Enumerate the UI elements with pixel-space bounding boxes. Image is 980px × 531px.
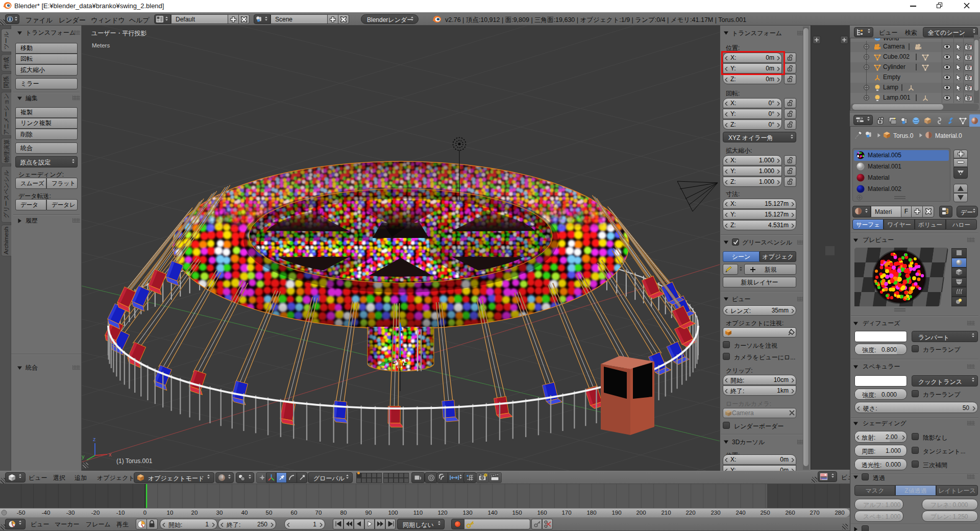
svg-text:50: 50 bbox=[266, 510, 273, 516]
svg-text:z: z bbox=[93, 436, 96, 442]
svg-text:240: 240 bbox=[736, 510, 745, 516]
svg-text:260: 260 bbox=[785, 510, 795, 516]
svg-text:40: 40 bbox=[241, 510, 248, 516]
svg-text:200: 200 bbox=[636, 510, 646, 516]
svg-text:270: 270 bbox=[810, 510, 819, 516]
svg-text:-50: -50 bbox=[17, 510, 26, 516]
svg-text:170: 170 bbox=[561, 510, 571, 516]
svg-text:0: 0 bbox=[143, 510, 146, 516]
svg-text:-40: -40 bbox=[42, 510, 51, 516]
svg-text:80: 80 bbox=[340, 510, 347, 516]
svg-text:90: 90 bbox=[365, 510, 372, 516]
svg-text:130: 130 bbox=[462, 510, 472, 516]
svg-text:150: 150 bbox=[512, 510, 522, 516]
svg-text:160: 160 bbox=[537, 510, 547, 516]
svg-text:60: 60 bbox=[291, 510, 298, 516]
svg-text:-20: -20 bbox=[91, 510, 100, 516]
svg-text:-10: -10 bbox=[116, 510, 125, 516]
svg-text:250: 250 bbox=[760, 510, 770, 516]
svg-text:190: 190 bbox=[611, 510, 621, 516]
svg-text:120: 120 bbox=[437, 510, 447, 516]
svg-text:280: 280 bbox=[835, 510, 844, 516]
svg-text:-30: -30 bbox=[66, 510, 75, 516]
svg-text:20: 20 bbox=[191, 510, 198, 516]
svg-text:30: 30 bbox=[216, 510, 223, 516]
svg-text:110: 110 bbox=[413, 510, 423, 516]
svg-text:220: 220 bbox=[685, 510, 695, 516]
svg-text:140: 140 bbox=[487, 510, 497, 516]
svg-text:70: 70 bbox=[315, 510, 322, 516]
svg-text:10: 10 bbox=[167, 510, 174, 516]
svg-text:x: x bbox=[109, 451, 112, 457]
svg-text:y: y bbox=[82, 453, 85, 460]
svg-text:180: 180 bbox=[586, 510, 596, 516]
svg-text:210: 210 bbox=[661, 510, 671, 516]
svg-text:100: 100 bbox=[388, 510, 398, 516]
svg-text:230: 230 bbox=[710, 510, 720, 516]
